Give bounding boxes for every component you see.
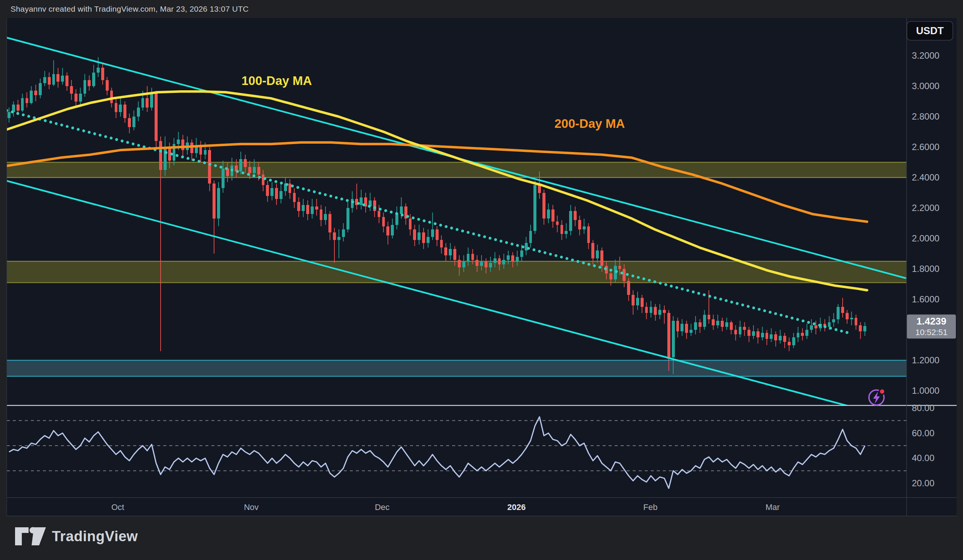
price-tick-label: 1.0000: [912, 385, 939, 396]
rsi-tick-label: 80.00: [912, 403, 934, 413]
price-tick-label: 2.6000: [912, 142, 939, 152]
tradingview-watermark[interactable]: TradingView: [14, 526, 138, 546]
svg-text:USDT: USDT: [916, 25, 944, 37]
price-tick-label: 3.2000: [912, 50, 939, 61]
time-tick-label: 2026: [507, 502, 526, 512]
time-tick-label: Oct: [111, 502, 124, 512]
time-tick-label: Mar: [765, 502, 780, 512]
price-chart[interactable]: 3.20003.00002.80002.60002.40002.20002.00…: [0, 0, 963, 560]
price-tick-label: 2.0000: [912, 233, 939, 243]
rsi-tick-label: 60.00: [912, 428, 934, 438]
tradingview-screenshot: Shayannv created with TradingView.com, M…: [0, 0, 963, 560]
price-tick-label: 2.4000: [912, 172, 939, 183]
candle: [155, 91, 157, 147]
price-tick-label: 3.0000: [912, 81, 939, 91]
time-tick-label: Dec: [374, 502, 389, 512]
notification-dot: [879, 389, 885, 395]
price-tick-label: 1.2000: [912, 355, 939, 365]
ma100-annotation: 100-Day MA: [242, 74, 312, 88]
time-tick-label: Nov: [244, 502, 258, 512]
tradingview-logo-text: TradingView: [52, 528, 138, 545]
ma200-annotation: 200-Day MA: [554, 117, 625, 131]
current-price-value: 1.4239: [916, 316, 947, 327]
tradingview-logo-icon: [14, 526, 47, 546]
price-tick-label: 2.2000: [912, 203, 939, 213]
zone-low-support-zone: [7, 360, 906, 377]
price-tick-label: 1.8000: [912, 264, 939, 274]
price-tick-label: 2.8000: [912, 111, 939, 121]
symbol-currency-badge: USDT: [907, 21, 953, 40]
price-tick-label: 1.6000: [912, 294, 939, 304]
current-price-badge: 1.423910:52:51: [907, 314, 956, 338]
rsi-tick-label: 20.00: [912, 478, 934, 488]
zone-resistance-zone: [7, 162, 906, 178]
candle: [533, 181, 537, 234]
rsi-tick-label: 40.00: [912, 453, 934, 463]
time-tick-label: Feb: [643, 502, 658, 512]
bar-countdown: 10:52:51: [915, 328, 948, 337]
